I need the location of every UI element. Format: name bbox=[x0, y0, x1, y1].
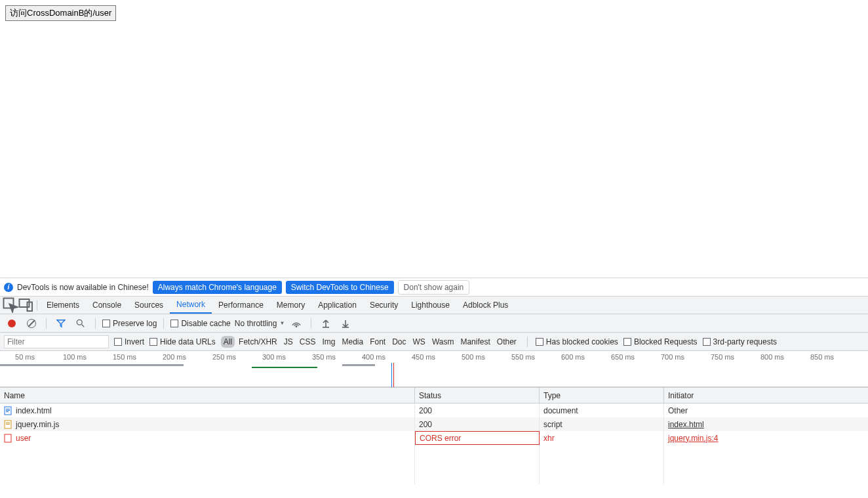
hide-data-urls-checkbox[interactable]: Hide data URLs bbox=[149, 337, 216, 346]
timeline-tick: 550 ms bbox=[498, 353, 548, 361]
filter-type-css[interactable]: CSS bbox=[297, 336, 319, 348]
info-text: DevTools is now available in Chinese! bbox=[17, 283, 149, 292]
timeline-tick: 100 ms bbox=[50, 353, 100, 361]
clear-button[interactable] bbox=[24, 315, 39, 332]
tab-application[interactable]: Application bbox=[311, 297, 363, 314]
third-party-checkbox[interactable]: 3rd-party requests bbox=[703, 337, 777, 346]
separator bbox=[46, 318, 47, 329]
filter-type-other[interactable]: Other bbox=[494, 336, 519, 348]
timeline-tick: 800 ms bbox=[747, 353, 797, 361]
svg-point-4 bbox=[296, 325, 297, 327]
search-icon[interactable] bbox=[73, 315, 89, 332]
timeline-tick: 50 ms bbox=[0, 353, 50, 361]
timeline-tick: 400 ms bbox=[349, 353, 399, 361]
request-initiator[interactable]: index.html bbox=[668, 420, 704, 429]
filter-input[interactable] bbox=[4, 335, 109, 348]
filter-type-wasm[interactable]: Wasm bbox=[429, 336, 457, 348]
request-status: 200 bbox=[419, 420, 432, 429]
filter-type-js[interactable]: JS bbox=[281, 336, 296, 348]
import-har-icon[interactable] bbox=[318, 315, 334, 332]
filter-icon[interactable] bbox=[53, 315, 69, 332]
svg-rect-12 bbox=[6, 423, 10, 423]
tab-elements[interactable]: Elements bbox=[40, 297, 86, 314]
request-status: CORS error bbox=[420, 434, 461, 443]
svg-point-3 bbox=[77, 320, 82, 325]
filter-type-fetch-xhr[interactable]: Fetch/XHR bbox=[236, 336, 280, 348]
filter-type-img[interactable]: Img bbox=[319, 336, 338, 348]
column-header-name[interactable]: Name bbox=[0, 388, 415, 403]
request-name: user bbox=[16, 434, 31, 443]
dismiss-infobar-button[interactable]: Don't show again bbox=[398, 280, 470, 295]
network-conditions-icon[interactable] bbox=[288, 315, 304, 332]
separator bbox=[311, 318, 311, 329]
svg-rect-8 bbox=[6, 409, 10, 409]
timeline-overview[interactable]: 50 ms100 ms150 ms200 ms250 ms300 ms350 m… bbox=[0, 351, 868, 387]
switch-language-button[interactable]: Switch DevTools to Chinese bbox=[286, 281, 394, 294]
timeline-tick: 850 ms bbox=[797, 353, 847, 361]
filter-type-manifest[interactable]: Manifest bbox=[458, 336, 492, 348]
tab-console[interactable]: Console bbox=[86, 297, 128, 314]
timeline-tick: 700 ms bbox=[648, 353, 698, 361]
timeline-tick: 300 ms bbox=[249, 353, 299, 361]
timeline-tick: 450 ms bbox=[399, 353, 448, 361]
tab-sources[interactable]: Sources bbox=[128, 297, 170, 314]
cross-domain-button[interactable]: 访问CrossDomainB的/user bbox=[5, 5, 116, 21]
tab-adblock-plus[interactable]: Adblock Plus bbox=[456, 297, 515, 314]
has-blocked-cookies-checkbox[interactable]: Has blocked cookies bbox=[536, 337, 618, 346]
export-har-icon[interactable] bbox=[338, 315, 353, 332]
timeline-tick: 650 ms bbox=[598, 353, 648, 361]
svg-rect-10 bbox=[6, 411, 9, 412]
tab-network[interactable]: Network bbox=[170, 297, 212, 314]
column-header-type[interactable]: Type bbox=[540, 388, 664, 403]
blocked-requests-checkbox[interactable]: Blocked Requests bbox=[623, 337, 698, 346]
svg-rect-6 bbox=[342, 327, 349, 328]
info-bar: i DevTools is now available in Chinese! … bbox=[0, 278, 868, 297]
filter-type-all[interactable]: All bbox=[221, 336, 235, 348]
column-header-initiator[interactable]: Initiator bbox=[664, 388, 868, 403]
tab-memory[interactable]: Memory bbox=[270, 297, 311, 314]
filter-type-media[interactable]: Media bbox=[339, 336, 366, 348]
file-icon bbox=[4, 434, 12, 443]
request-name: index.html bbox=[16, 406, 52, 415]
filter-type-doc[interactable]: Doc bbox=[389, 336, 408, 348]
match-language-button[interactable]: Always match Chrome's language bbox=[153, 281, 282, 294]
timeline-tick: 150 ms bbox=[100, 353, 149, 361]
chevron-down-icon: ▼ bbox=[279, 320, 285, 326]
request-status: 200 bbox=[419, 406, 432, 415]
request-type: document bbox=[543, 406, 578, 415]
request-initiator: Other bbox=[668, 406, 688, 415]
timeline-tick: 250 ms bbox=[199, 353, 249, 361]
timeline-tick: 750 ms bbox=[698, 353, 747, 361]
filter-type-ws[interactable]: WS bbox=[410, 336, 428, 348]
request-type: script bbox=[543, 420, 562, 429]
table-row[interactable]: userCORS errorxhrjquery.min.js:4 bbox=[0, 431, 868, 445]
throttling-select[interactable]: No throttling ▼ bbox=[235, 319, 285, 328]
svg-rect-9 bbox=[6, 410, 10, 411]
device-toolbar-icon[interactable] bbox=[18, 297, 34, 314]
svg-rect-13 bbox=[6, 424, 10, 425]
timeline-dcl-marker bbox=[391, 363, 392, 387]
request-name: jquery.min.js bbox=[16, 420, 59, 429]
invert-checkbox[interactable]: Invert bbox=[114, 337, 144, 346]
svg-rect-14 bbox=[5, 434, 11, 442]
devtools-panel: i DevTools is now available in Chinese! … bbox=[0, 278, 868, 484]
timeline-load-marker bbox=[393, 363, 394, 387]
separator bbox=[163, 318, 164, 329]
tab-security[interactable]: Security bbox=[363, 297, 404, 314]
column-header-status[interactable]: Status bbox=[415, 388, 540, 403]
tab-performance[interactable]: Performance bbox=[212, 297, 270, 314]
preserve-log-checkbox[interactable]: Preserve log bbox=[102, 319, 157, 328]
separator bbox=[527, 337, 528, 347]
request-type: xhr bbox=[543, 434, 555, 443]
request-initiator[interactable]: jquery.min.js:4 bbox=[668, 434, 718, 443]
filter-type-font[interactable]: Font bbox=[367, 336, 388, 348]
record-button[interactable] bbox=[4, 315, 20, 332]
disable-cache-checkbox[interactable]: Disable cache bbox=[170, 319, 230, 328]
info-icon: i bbox=[4, 283, 13, 292]
table-row[interactable]: index.html200documentOther bbox=[0, 404, 868, 417]
table-row[interactable]: jquery.min.js200scriptindex.html bbox=[0, 417, 868, 431]
table-empty-area bbox=[0, 445, 868, 484]
tab-lighthouse[interactable]: Lighthouse bbox=[404, 297, 456, 314]
inspect-icon[interactable] bbox=[3, 297, 18, 314]
filter-bar: Invert Hide data URLs AllFetch/XHRJSCSSI… bbox=[0, 333, 868, 351]
